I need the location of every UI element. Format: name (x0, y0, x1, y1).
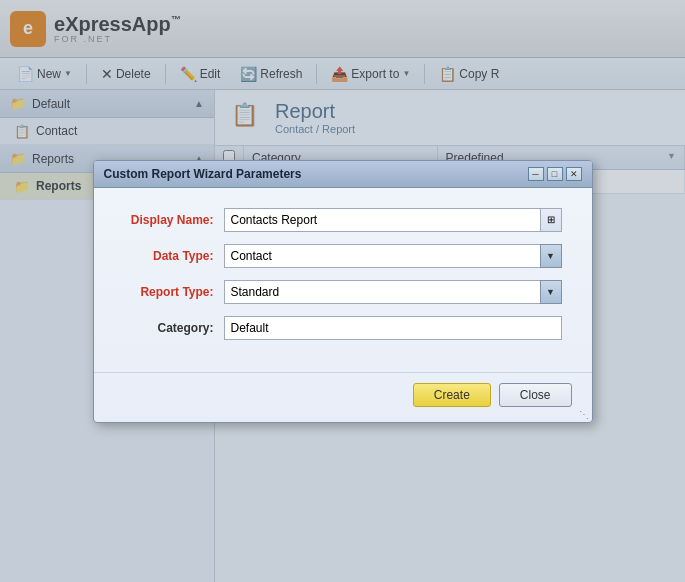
report-type-row: Report Type: Standard ▼ (124, 280, 562, 304)
create-button[interactable]: Create (413, 383, 491, 407)
data-type-label: Data Type: (124, 249, 224, 263)
dialog-footer: Create Close (94, 372, 592, 422)
report-type-label: Report Type: (124, 285, 224, 299)
data-type-select[interactable]: Contact (224, 244, 562, 268)
dialog-minimize-button[interactable]: ─ (528, 167, 544, 181)
display-name-input-group: ⊞ (224, 208, 562, 232)
display-name-side-btn[interactable]: ⊞ (540, 208, 562, 232)
dialog-controls: ─ □ ✕ (528, 167, 582, 181)
dialog-overlay: Custom Report Wizard Parameters ─ □ ✕ Di… (0, 0, 685, 582)
category-row: Category: (124, 316, 562, 340)
dialog-body: Display Name: ⊞ Data Type: Contact ▼ Re (94, 188, 592, 372)
category-label: Category: (124, 321, 224, 335)
dialog-titlebar: Custom Report Wizard Parameters ─ □ ✕ (94, 161, 592, 188)
display-name-input[interactable] (224, 208, 540, 232)
category-input[interactable] (224, 316, 562, 340)
resize-handle[interactable]: ⋱ (579, 409, 589, 420)
dialog-maximize-button[interactable]: □ (547, 167, 563, 181)
dialog-title: Custom Report Wizard Parameters (104, 167, 302, 181)
dialog-close-button[interactable]: ✕ (566, 167, 582, 181)
data-type-row: Data Type: Contact ▼ (124, 244, 562, 268)
close-button[interactable]: Close (499, 383, 572, 407)
custom-report-dialog: Custom Report Wizard Parameters ─ □ ✕ Di… (93, 160, 593, 423)
report-type-select[interactable]: Standard (224, 280, 562, 304)
display-name-row: Display Name: ⊞ (124, 208, 562, 232)
data-type-select-wrap: Contact ▼ (224, 244, 562, 268)
report-type-select-wrap: Standard ▼ (224, 280, 562, 304)
display-name-label: Display Name: (124, 213, 224, 227)
